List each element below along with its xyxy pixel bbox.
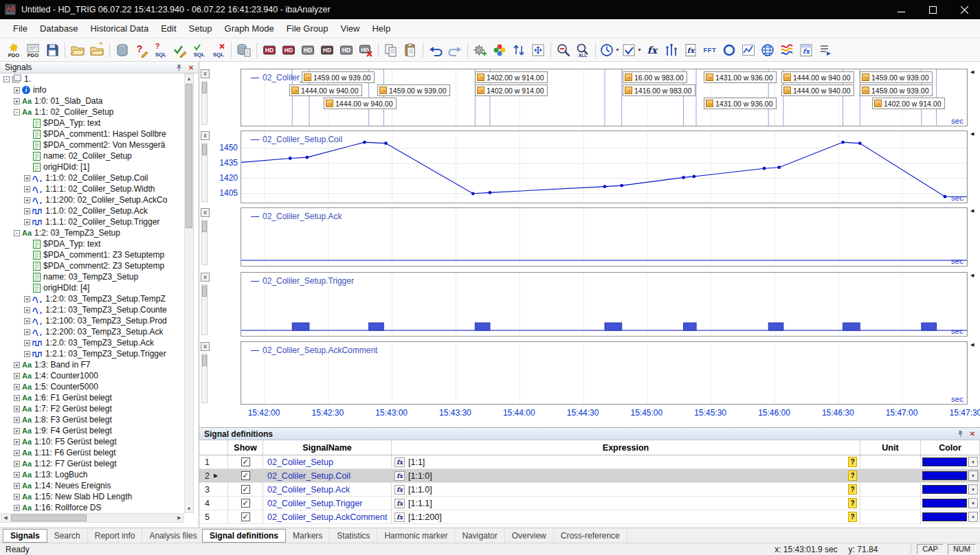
query-builder-button[interactable]: ? — [133, 41, 151, 59]
strip-5-close-button[interactable]: x — [201, 342, 210, 351]
strip-3-scrollbar[interactable] — [201, 220, 208, 265]
tree-item[interactable]: +1:2:1: 03_TempZ3_Setup.Counte — [1, 304, 183, 315]
expand-icon[interactable]: + — [24, 175, 30, 181]
unit-cell[interactable] — [860, 469, 921, 482]
horizontal-scrollbar-thumb[interactable] — [11, 514, 87, 521]
tab-overview[interactable]: Overview — [505, 529, 554, 543]
strip-3-plot[interactable]: —02_Coliler_Setup.Acksec — [241, 207, 968, 267]
minimize-button[interactable] — [885, 0, 917, 19]
strip-1-scrollbar[interactable] — [201, 81, 208, 125]
menu-item-view[interactable]: View — [335, 21, 366, 36]
color-dropdown-button[interactable]: ▼ — [968, 457, 978, 467]
tree-item[interactable]: +1:2:100: 03_TempZ3_Setup.Prod — [1, 315, 183, 326]
tree-item[interactable]: +Aa1:16: Rollforce DS — [1, 502, 183, 512]
signal-name-cell[interactable]: 02_Coliler_Setup — [263, 455, 392, 468]
expression-help-button[interactable]: ? — [848, 512, 857, 522]
scroll-left-icon[interactable]: ◀ — [1, 514, 10, 522]
expression-builder-button[interactable]: fx — [643, 41, 661, 59]
tab-signals[interactable]: Signals — [3, 529, 47, 543]
signal-name-cell[interactable]: 02_Coliler_Setup.AckComment — [263, 510, 392, 523]
show-checkbox[interactable]: ✓ — [241, 512, 250, 521]
show-checkbox[interactable]: ✓ — [241, 499, 250, 508]
tree-item[interactable]: +Aa1:11: F6 Gerüst belegt — [1, 447, 183, 458]
tree-item[interactable]: +1:1.1: 02_Coliler_Setup.Trigger — [1, 216, 183, 227]
pdo-open-button[interactable]: PDO — [5, 41, 23, 59]
menu-item-file[interactable]: File — [7, 21, 34, 36]
tree-item[interactable]: +1:1.0: 02_Coliler_Setup.Ack — [1, 205, 183, 216]
preferences-button[interactable] — [471, 41, 489, 59]
expand-icon[interactable]: + — [14, 439, 20, 445]
expand-icon[interactable]: + — [14, 483, 20, 489]
strip-5-plot[interactable]: —02_Coliler_Setup.AckCommentsec — [241, 341, 968, 405]
panel-close-icon[interactable]: ✕ — [968, 429, 977, 439]
hd-server-button[interactable]: HD — [318, 41, 336, 59]
signal-name-cell[interactable]: 02_Coliler_Setup.Coil — [263, 469, 392, 482]
pdo-file-button[interactable]: PDO — [24, 41, 42, 59]
expand-icon[interactable]: + — [14, 450, 20, 456]
table-row[interactable]: 1✓02_Coliler_Setupfx[1:1]?▼ — [199, 455, 980, 469]
tree-item[interactable]: +Aa1:4: Counter1000 — [1, 370, 183, 381]
expand-icon[interactable]: + — [24, 329, 30, 335]
strip-3-close-button[interactable]: x — [201, 208, 210, 217]
expression-cell[interactable]: fx[1:1:200]? — [392, 510, 860, 523]
strip-2-close-button[interactable]: x — [201, 131, 210, 140]
tab-report-info[interactable]: Report info — [88, 529, 143, 543]
colormap-view-button[interactable] — [778, 41, 796, 59]
database-button[interactable] — [113, 41, 131, 59]
menu-item-help[interactable]: Help — [366, 21, 397, 36]
strip-3-handle[interactable]: ◀ — [970, 208, 974, 214]
tree-item[interactable]: +Aa1:8: F3 Gerüst belegt — [1, 414, 183, 425]
fft-view-button[interactable]: FFT — [701, 41, 719, 59]
color-cell[interactable]: ▼ — [921, 483, 980, 496]
strip-4-close-button[interactable]: x — [201, 273, 210, 282]
hd-close-button[interactable]: HD — [357, 41, 375, 59]
expression-cell[interactable]: fx[1:1]? — [392, 455, 860, 468]
tree-item[interactable]: +Aa1:0: 01_Slab_Data — [1, 95, 183, 106]
scroll-up-icon[interactable]: ▲ — [185, 74, 193, 82]
trend-view-button[interactable] — [739, 41, 757, 59]
tree-horizontal-scrollbar[interactable]: ◀ ▶ — [1, 513, 184, 523]
unit-cell[interactable] — [860, 455, 921, 468]
expand-icon[interactable]: + — [24, 208, 30, 214]
menu-item-file-group[interactable]: File Group — [280, 21, 335, 36]
zoom-out-button[interactable] — [555, 41, 572, 59]
strip-1-close-button[interactable]: x — [201, 69, 210, 78]
tree-item[interactable]: +Aa1:14: Neues Ereignis — [1, 480, 183, 491]
tree-item[interactable]: $PDA_comment1: Z3 Setuptemp — [1, 249, 183, 260]
autoscale-button[interactable] — [529, 41, 547, 59]
sql-query-button[interactable]: ?SQL — [152, 41, 170, 59]
web-view-button[interactable] — [759, 41, 777, 59]
menu-item-edit[interactable]: Edit — [155, 21, 182, 36]
expand-icon[interactable]: + — [24, 186, 30, 192]
expand-icon[interactable]: + — [24, 340, 30, 346]
tab-analysis-files[interactable]: Analysis files — [142, 529, 204, 543]
color-dropdown-button[interactable]: ▼ — [968, 471, 978, 481]
expression-help-button[interactable]: ? — [848, 484, 857, 495]
tree-item[interactable]: origHDId: [4] — [1, 282, 183, 293]
strip-scrollbar-thumb[interactable] — [202, 221, 207, 232]
tab-cross-reference[interactable]: Cross-reference — [554, 529, 627, 543]
tree-item[interactable]: +Aa1:9: F4 Gerüst belegt — [1, 425, 183, 436]
edit-check-button[interactable] — [171, 41, 189, 59]
circle-view-button[interactable] — [720, 41, 738, 59]
table-row[interactable]: 5✓02_Coliler_Setup.AckCommentfx[1:1:200]… — [199, 510, 980, 524]
expand-icon[interactable]: + — [14, 395, 20, 401]
tree-item[interactable]: +Aa1:3: Band in F7 — [1, 359, 183, 370]
menu-item-historical-data[interactable]: Historical Data — [85, 21, 155, 36]
table-row[interactable]: 3✓02_Coliler_Setup.Ackfx[1:1.0]?▼ — [199, 483, 980, 497]
layout-menu-button[interactable] — [816, 41, 834, 59]
menu-item-setup[interactable]: Setup — [183, 21, 219, 36]
redo-button[interactable] — [446, 41, 464, 59]
expand-icon[interactable]: + — [24, 219, 30, 225]
view-options-button[interactable]: ▼ — [621, 41, 642, 59]
strip-4-handle[interactable]: ◀ — [970, 273, 974, 278]
expand-icon[interactable]: + — [14, 428, 20, 434]
sql-edit-button[interactable]: SQL — [190, 41, 208, 59]
tree-item[interactable]: $PDA_Typ: text — [1, 117, 183, 128]
tree-item[interactable]: origHDId: [1] — [1, 161, 183, 172]
expand-icon[interactable]: + — [14, 505, 20, 511]
table-row[interactable]: 2▶✓02_Coliler_Setup.Coilfx[1:1:0]?▼ — [199, 469, 980, 483]
expand-icon[interactable]: + — [14, 494, 20, 500]
script-button[interactable]: fx — [797, 41, 815, 59]
strip-4-plot[interactable]: —02_Coliler_Setup.Triggersec — [241, 272, 968, 337]
